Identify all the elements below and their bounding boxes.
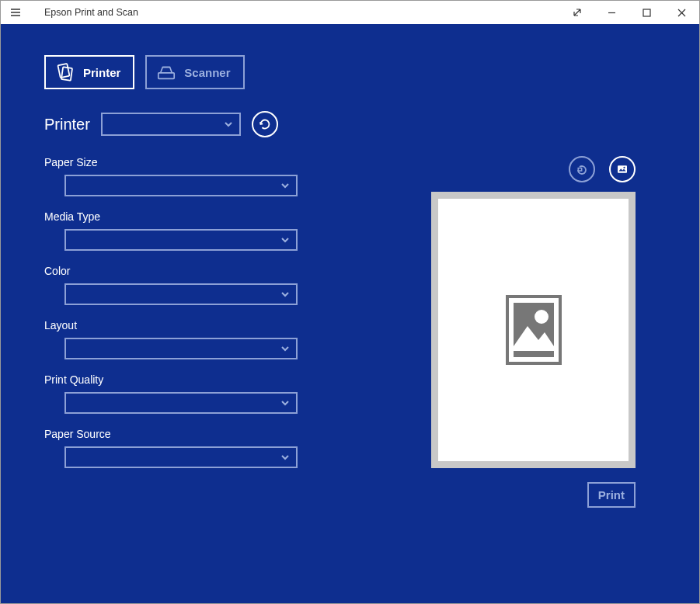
printer-label: Printer (44, 116, 90, 134)
color-select[interactable] (64, 283, 298, 305)
svg-rect-1 (57, 64, 69, 78)
maximize-button[interactable] (629, 1, 664, 24)
scanner-icon (156, 63, 176, 82)
setting-label: Paper Size (44, 156, 355, 168)
print-quality-select[interactable] (64, 392, 298, 414)
tab-label: Printer (83, 66, 120, 79)
chevron-down-icon (280, 344, 290, 353)
titlebar: Epson Print and Scan (1, 1, 699, 24)
tab-scanner[interactable]: Scanner (145, 55, 244, 89)
svg-rect-11 (514, 351, 554, 357)
setting-label: Media Type (44, 210, 355, 223)
preview-panel: Print (355, 156, 659, 508)
setting-paper-source: Paper Source (44, 428, 355, 468)
chevron-down-icon (280, 453, 290, 462)
content-area: Printer Scanner Printer (1, 24, 699, 603)
mode-tabs: Printer Scanner (44, 55, 659, 89)
print-button-label: Print (598, 488, 625, 502)
layout-select[interactable] (64, 338, 298, 359)
printer-icon (55, 63, 75, 82)
tab-label: Scanner (184, 66, 230, 79)
printer-select[interactable] (101, 113, 241, 136)
print-button[interactable]: Print (587, 482, 636, 508)
media-type-select[interactable] (64, 229, 298, 251)
setting-label: Print Quality (44, 373, 355, 386)
svg-rect-6 (618, 165, 627, 173)
setting-label: Layout (44, 319, 355, 332)
preview-frame (431, 192, 636, 468)
setting-color: Color (44, 265, 355, 305)
setting-paper-size: Paper Size (44, 156, 355, 196)
paper-source-select[interactable] (64, 446, 298, 468)
chevron-down-icon (280, 398, 290, 408)
paper-size-select[interactable] (64, 175, 298, 196)
setting-label: Color (44, 265, 355, 277)
svg-rect-3 (158, 73, 174, 78)
svg-point-7 (623, 167, 625, 168)
chevron-down-icon (280, 290, 290, 299)
setting-label: Paper Source (44, 428, 355, 440)
setting-print-quality: Print Quality (44, 373, 355, 414)
close-button[interactable] (664, 1, 699, 24)
setting-media-type: Media Type (44, 210, 355, 251)
refresh-button[interactable] (252, 111, 278, 137)
image-placeholder-icon (504, 293, 563, 366)
menu-icon[interactable] (7, 4, 24, 21)
chevron-down-icon (280, 235, 290, 245)
minimize-button[interactable] (594, 1, 629, 24)
add-image-button[interactable] (609, 156, 636, 182)
svg-rect-5 (578, 168, 582, 172)
app-title: Epson Print and Scan (44, 7, 138, 18)
expand-button[interactable] (559, 1, 594, 24)
tab-printer[interactable]: Printer (44, 55, 134, 89)
chevron-down-icon (280, 181, 290, 190)
chevron-down-icon (224, 120, 233, 129)
settings-panel: Paper Size Media Type Color (44, 156, 355, 482)
svg-rect-2 (61, 67, 72, 81)
setting-layout: Layout (44, 319, 355, 359)
rotate-button[interactable] (569, 156, 595, 182)
svg-point-10 (535, 310, 549, 324)
svg-rect-0 (643, 9, 650, 16)
printer-row: Printer (44, 111, 659, 137)
